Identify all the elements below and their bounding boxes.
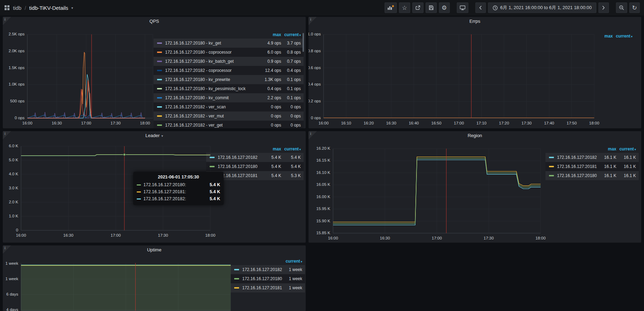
legend-row[interactable]: 172.16.16.127:2018116.1 K16.1 K xyxy=(545,162,639,171)
legend-value: 5.4 K xyxy=(281,164,301,169)
legend-sort-current[interactable]: current▾ xyxy=(281,147,301,151)
legend-row[interactable]: 172.16.16.127:201811 week xyxy=(231,283,305,292)
settings-button[interactable]: ⚙ xyxy=(439,2,450,13)
star-button[interactable]: ☆ xyxy=(399,2,410,13)
breadcrumb-dashboard-title[interactable]: tidb-TiKV-Details xyxy=(29,5,68,11)
cycle-view-button[interactable] xyxy=(457,2,468,13)
info-icon: i xyxy=(5,246,5,250)
save-button[interactable] xyxy=(426,2,437,13)
tooltip-series-value: 5.4 K xyxy=(210,196,220,201)
add-panel-button[interactable] xyxy=(385,2,397,13)
panel-title-qps[interactable]: QPS xyxy=(3,19,306,24)
x-axis-tick-label: 16:00 xyxy=(328,236,338,240)
x-axis-tick-label: 17:50 xyxy=(567,121,577,125)
x-axis-tick-label: 17:40 xyxy=(544,121,554,125)
legend-row[interactable]: 172.16.16.127:201821 week xyxy=(231,265,305,274)
legend-value: 0 ops xyxy=(262,104,281,109)
tooltip-series-label: 172.16.16.127:20180: xyxy=(143,182,186,187)
legend-row[interactable]: 172.16.16.127:20182 - ver_get0 ops0 ops xyxy=(154,121,304,128)
time-back-button[interactable] xyxy=(475,2,486,13)
legend-sort-max[interactable]: max xyxy=(597,147,616,151)
legend-value: 3.7 ops xyxy=(281,41,301,46)
legend-row[interactable]: 172.16.16.127:20182 - coprocessor12.4 op… xyxy=(154,66,304,75)
panel-info-corner[interactable]: i xyxy=(3,245,11,254)
x-axis-tick-label: 17:10 xyxy=(476,121,487,125)
panel-title-region[interactable]: Region xyxy=(309,133,641,138)
refresh-button[interactable]: ↻ xyxy=(629,2,640,13)
legend-row[interactable]: 172.16.16.127:201801 week xyxy=(231,274,305,283)
x-axis-tick-label: 18:00 xyxy=(205,233,216,237)
legend-series-label: 172.16.16.127:20181 xyxy=(557,164,597,169)
series-color-dash xyxy=(157,79,162,80)
x-axis-tick-label: 17:30 xyxy=(522,121,532,125)
info-icon: i xyxy=(310,131,311,136)
series-color-dash xyxy=(234,269,239,270)
series-color-dash xyxy=(157,106,162,108)
series-color-dash xyxy=(157,61,162,62)
legend-row[interactable]: 172.16.16.127:20180 - kv_get4.9 ops3.7 o… xyxy=(154,39,304,48)
panel-region: i Region 16.20 K16.15 K16.10 K16.05 K16.… xyxy=(309,131,641,243)
panel-leader: i Leader▾ 6.0 K5.0 K4.0 K3.0 K2.0 K1.0 K… xyxy=(3,131,306,243)
legend-row[interactable]: 172.16.16.127:20180 - kv_commit2.2 ops0.… xyxy=(154,93,304,102)
legend-sort-max[interactable]: max xyxy=(593,34,613,39)
chevron-right-icon xyxy=(602,5,605,11)
legend-series-label: 172.16.16.127:20181 xyxy=(242,285,283,290)
legend-sort-current[interactable]: current▾ xyxy=(281,32,301,37)
y-axis-tick-label: 15.90 K xyxy=(316,219,330,223)
legend-row[interactable]: 172.16.16.127:2018216.1 K16.1 K xyxy=(545,153,639,162)
panel-title-uptime[interactable]: Uptime xyxy=(3,247,306,252)
share-button[interactable] xyxy=(412,2,423,13)
legend-row[interactable]: 172.16.16.127:201825.4 K5.4 K xyxy=(206,153,304,162)
panel-info-corner[interactable]: i xyxy=(309,17,317,25)
legend-row[interactable]: 172.16.16.127:20180 - kv_batch_get0.9 op… xyxy=(154,57,304,66)
breadcrumb-separator: / xyxy=(25,5,26,11)
legend-value: 16.1 K xyxy=(597,164,616,169)
tooltip-rows: 172.16.16.127:20180:5.4 K172.16.16.127:2… xyxy=(137,181,220,202)
legend-value: 5.4 K xyxy=(262,155,281,160)
legend-value: 1 week xyxy=(283,267,302,272)
legend-row[interactable]: 172.16.16.127:201805.4 K5.4 K xyxy=(206,162,304,171)
zoom-out-button[interactable] xyxy=(616,2,627,13)
legend-row[interactable]: 172.16.16.127:20180 - kv_pessimistic_loc… xyxy=(154,84,304,93)
legend-series-label: 172.16.16.127:20181 xyxy=(218,173,262,178)
legend-row[interactable]: 172.16.16.127:20182 - ver_scan0 ops0 ops xyxy=(154,102,304,111)
panel-info-corner[interactable]: i xyxy=(309,131,317,140)
legend-series-label: 172.16.16.127:20180 - kv_batch_get xyxy=(165,59,262,64)
legend-row[interactable]: 172.16.16.127:20182 - ver_mut0 ops0 ops xyxy=(154,111,304,121)
panel-title-errps[interactable]: Errps xyxy=(309,19,641,24)
legend-value: 0.9 ops xyxy=(262,59,281,64)
dashboard-dropdown-caret-icon[interactable]: ▾ xyxy=(72,6,73,10)
legend-sort-current[interactable]: current▾ xyxy=(616,147,636,151)
y-axis-tick-label: 0 ops xyxy=(311,116,321,120)
legend-scrollbar[interactable] xyxy=(303,33,304,52)
series-color-dash xyxy=(157,88,162,89)
series-color-dash xyxy=(234,278,239,279)
panel-title-leader[interactable]: Leader▾ xyxy=(3,133,306,138)
clock-icon xyxy=(493,5,498,11)
legend-sort-current[interactable]: current▾ xyxy=(613,34,632,39)
dashboards-grid-icon[interactable] xyxy=(4,5,10,11)
legend-row[interactable]: 172.16.16.127:20180 - coprocessor6.0 ops… xyxy=(154,48,304,57)
time-range-picker[interactable]: 6月 1, 2021 16:00:00 to 6月 1, 2021 18:00:… xyxy=(488,2,596,13)
panel-info-corner[interactable]: i xyxy=(3,131,11,140)
legend-value: 0 ops xyxy=(281,114,301,119)
x-axis-tick-label: 16:30 xyxy=(386,121,396,125)
x-axis-tick-label: 16:30 xyxy=(52,121,62,125)
tooltip-series-value: 5.4 K xyxy=(210,182,220,187)
legend-series-label: 172.16.16.127:20180 - kv_pessimistic_loc… xyxy=(165,86,262,91)
monitor-icon xyxy=(460,5,466,11)
legend-value: 0 ops xyxy=(262,123,281,128)
legend-row[interactable]: 172.16.16.127:20180 - kv_prewrite1.3K op… xyxy=(154,75,304,84)
legend-sort-max[interactable]: max xyxy=(262,32,281,37)
legend-sort-max[interactable]: max xyxy=(262,147,281,151)
save-icon xyxy=(428,5,434,11)
legend-series-label: 172.16.16.127:20182 xyxy=(218,155,262,160)
breadcrumb-folder[interactable]: tidb xyxy=(13,5,21,11)
legend-sort-current[interactable]: current▾ xyxy=(283,259,302,264)
time-forward-button[interactable] xyxy=(598,2,609,13)
panel-info-corner[interactable]: i xyxy=(3,17,11,25)
sort-caret-icon: ▾ xyxy=(299,34,301,37)
legend-value: 0 ops xyxy=(281,123,301,128)
legend-value: 0.7 ops xyxy=(281,59,301,64)
legend-row[interactable]: 172.16.16.127:2018016.1 K16.1 K xyxy=(545,171,639,180)
